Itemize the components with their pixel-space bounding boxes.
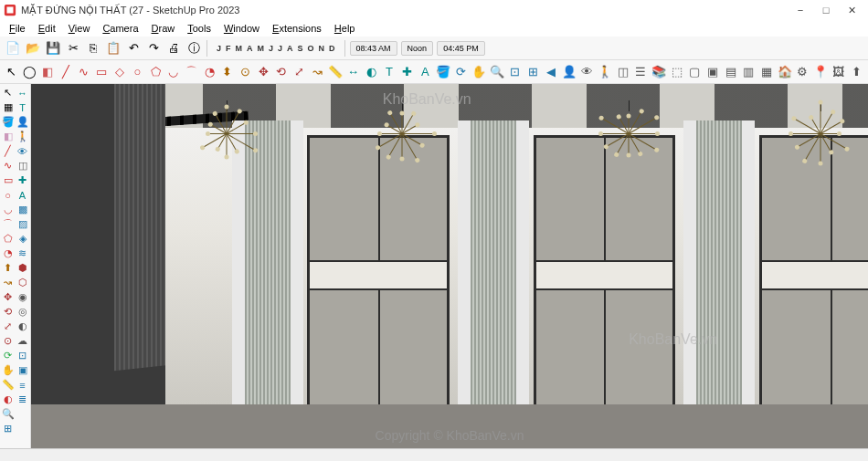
extensions-button[interactable]: ⚙ (795, 63, 811, 81)
pushpull-button[interactable]: ⬍ (219, 63, 236, 81)
cut-button[interactable]: ✂ (64, 39, 82, 58)
position-camera-tool[interactable]: 👤 (16, 115, 29, 129)
rotated-rect-button[interactable]: ◇ (111, 63, 128, 81)
menu-file[interactable]: File (4, 22, 31, 35)
menu-draw[interactable]: Draw (146, 22, 181, 35)
line-tool[interactable]: ╱ (1, 144, 15, 158)
month-6[interactable]: J (276, 43, 284, 54)
upload-button[interactable]: ⬆ (849, 63, 865, 81)
save-button[interactable]: 💾 (44, 39, 62, 58)
zoom-tool[interactable]: 🔍 (1, 407, 15, 421)
lasso-button[interactable]: ◯ (22, 63, 38, 81)
menu-extensions[interactable]: Extensions (267, 22, 327, 35)
select-button[interactable]: ↖ (4, 63, 20, 81)
dimension-button[interactable]: ↔ (345, 63, 362, 81)
paint-button[interactable]: 🪣 (435, 63, 451, 81)
print-button[interactable]: 🖨 (164, 39, 183, 58)
arc-2pt-tool[interactable]: ⌒ (1, 217, 15, 231)
pie-button[interactable]: ◔ (201, 63, 217, 81)
circle-button[interactable]: ○ (130, 63, 146, 81)
move-tool[interactable]: ✥ (1, 290, 15, 304)
time-morning[interactable]: 08:43 AM (350, 41, 397, 56)
month-10[interactable]: N (317, 43, 327, 54)
month-9[interactable]: O (306, 43, 316, 54)
month-3[interactable]: A (245, 43, 255, 54)
paste-button[interactable]: 📋 (104, 39, 122, 58)
paint-bucket-tool[interactable]: 🪣 (1, 115, 15, 129)
shadow-tool[interactable]: ◐ (16, 320, 29, 333)
make-component-tool[interactable]: ▦ (1, 100, 15, 114)
followme-tool[interactable]: ↝ (1, 276, 15, 289)
walk-tool[interactable]: 🚶 (16, 130, 29, 143)
left-button[interactable]: ▦ (758, 63, 775, 81)
dimension-tool[interactable]: ↔ (16, 86, 29, 100)
scale-tool[interactable]: ⤢ (1, 320, 15, 333)
warehouse-button[interactable]: 🏠 (777, 63, 793, 81)
zoom-button[interactable]: 🔍 (489, 63, 505, 81)
iso-button[interactable]: ⬚ (669, 63, 685, 81)
offset-button[interactable]: ⊙ (238, 63, 254, 81)
axes-button[interactable]: ✚ (399, 63, 416, 81)
back-button[interactable]: ▥ (741, 63, 757, 81)
time-noon[interactable]: Noon (401, 41, 434, 56)
polygon-button[interactable]: ⬠ (147, 63, 164, 81)
new-button[interactable]: 📄 (4, 39, 22, 58)
minimize-button[interactable]: − (788, 1, 813, 19)
preview-match-button[interactable]: 🖼 (831, 63, 847, 81)
section-plane-tool[interactable]: ◫ (16, 159, 29, 173)
look-button[interactable]: 👁 (579, 63, 596, 81)
pie-tool[interactable]: ◔ (1, 246, 15, 260)
undo-button[interactable]: ↶ (124, 39, 143, 58)
add-location-button[interactable]: 📍 (812, 63, 829, 81)
arc-tool[interactable]: ◡ (1, 203, 15, 216)
month-1[interactable]: F (224, 43, 233, 54)
orbit-button[interactable]: ⟳ (453, 63, 470, 81)
pushpull-tool[interactable]: ⬆ (1, 261, 15, 275)
menu-camera[interactable]: Camera (97, 22, 143, 35)
position-camera-button[interactable]: 👤 (561, 63, 577, 81)
ext-2-tool[interactable]: ≣ (16, 393, 29, 406)
rectangle-tool[interactable]: ▭ (1, 173, 15, 187)
model-info-button[interactable]: ⓘ (185, 39, 203, 58)
month-0[interactable]: J (215, 43, 223, 54)
section-button[interactable]: ◫ (615, 63, 631, 81)
text-tool[interactable]: T (16, 100, 29, 114)
sandbox-3-tool[interactable]: ◈ (16, 232, 29, 246)
polygon-tool[interactable]: ⬠ (1, 232, 15, 246)
freehand-button[interactable]: ∿ (76, 63, 92, 81)
open-button[interactable]: 📂 (24, 39, 42, 58)
arc-button[interactable]: ◡ (165, 63, 182, 81)
tape-tool[interactable]: 📏 (1, 378, 15, 392)
rectangle-button[interactable]: ▭ (93, 63, 110, 81)
month-8[interactable]: S (296, 43, 305, 54)
text-button[interactable]: T (381, 63, 397, 81)
maximize-button[interactable]: □ (813, 1, 839, 19)
month-strip[interactable]: JFMAMJJASOND (211, 43, 341, 54)
xray-tool[interactable]: ⊡ (16, 349, 29, 362)
offset-tool[interactable]: ⊙ (1, 334, 15, 348)
eraser-button[interactable]: ◧ (39, 63, 56, 81)
close-button[interactable]: ✕ (839, 1, 864, 19)
layers-button[interactable]: 📚 (651, 63, 667, 81)
menu-view[interactable]: View (63, 22, 96, 35)
style-2-tool[interactable]: ◎ (16, 305, 29, 319)
viewport[interactable]: 1A ⌂ KHOBANVE KhoBanVe.vn KhoBanVe.vn Co… (31, 84, 868, 448)
sandbox-4-tool[interactable]: ≋ (16, 246, 29, 260)
zoom-extents-tool[interactable]: ⊞ (1, 422, 15, 435)
line-button[interactable]: ╱ (58, 63, 74, 81)
look-around-tool[interactable]: 👁 (16, 144, 29, 158)
right-button[interactable]: ▤ (723, 63, 739, 81)
zoom-extents-button[interactable]: ⊞ (524, 63, 541, 81)
previous-button[interactable]: ◀ (543, 63, 559, 81)
circle-tool[interactable]: ○ (1, 188, 15, 202)
sandbox-1-tool[interactable]: ▩ (16, 203, 29, 216)
pan-tool[interactable]: ✋ (1, 363, 15, 377)
orbit-tool[interactable]: ⟳ (1, 349, 15, 362)
rotate-button[interactable]: ⟲ (273, 63, 290, 81)
axes-tool[interactable]: ✚ (16, 173, 29, 187)
eraser-tool[interactable]: ◧ (1, 130, 15, 143)
arc2-button[interactable]: ⌒ (184, 63, 200, 81)
3dtext-button[interactable]: A (417, 63, 433, 81)
backface-tool[interactable]: ▣ (16, 363, 29, 377)
rotate-tool[interactable]: ⟲ (1, 305, 15, 319)
